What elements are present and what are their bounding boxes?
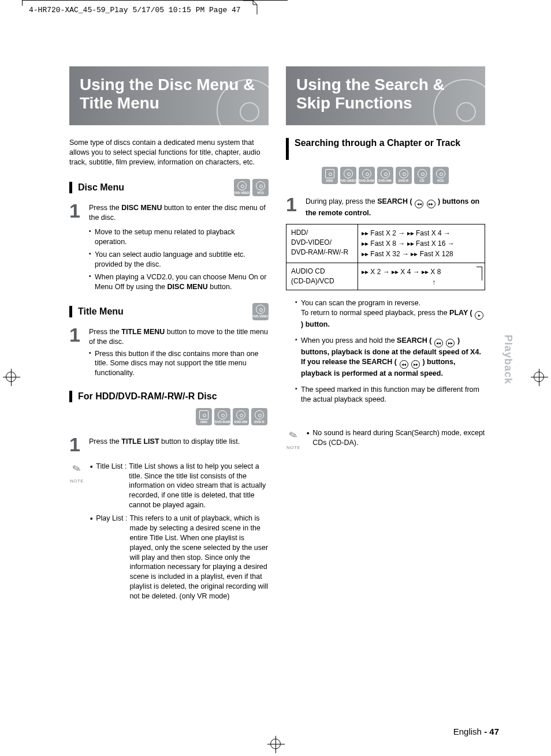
intro-text: Some type of discs contain a dedicated m… bbox=[69, 138, 269, 167]
section-title-menu: Title Menu DVD-VIDEO bbox=[69, 303, 269, 320]
section-bar-icon bbox=[69, 306, 72, 317]
disc-icons-row: HDD DVD-VIDEO DVD-RAM DVD-RW DVD-R CD VC… bbox=[286, 167, 485, 184]
step-body: Press the TITLE LIST button to display t… bbox=[89, 436, 269, 447]
crop-mark-icon bbox=[265, 733, 288, 756]
section-bar-icon bbox=[69, 391, 72, 402]
note-block: ✎ NOTE No sound is heard during Scan(Sea… bbox=[286, 428, 485, 452]
disc-icons-row: DVD-VIDEO VCD bbox=[234, 179, 269, 196]
dvd-video-icon: DVD-VIDEO bbox=[340, 167, 356, 184]
dvd-r-icon: DVD-R bbox=[251, 408, 267, 425]
def-body: This refers to a unit of playback, which… bbox=[129, 514, 269, 601]
disc-icons-row: DVD-VIDEO bbox=[252, 303, 269, 320]
vcd-icon: VCD bbox=[252, 179, 269, 196]
right-column: Using the Search & Skip Functions Search… bbox=[286, 66, 485, 605]
bullet-list: You can scan the program in reverse. To … bbox=[295, 298, 485, 405]
section-title: Searching through a Chapter or Track bbox=[295, 138, 485, 148]
search-fwd-icon: ▸▸ bbox=[411, 360, 420, 369]
disc-icons-row: HDD DVD-RAM DVD-RW DVD-R bbox=[69, 408, 269, 425]
section-disc-menu: Disc Menu DVD-VIDEO VCD bbox=[69, 179, 269, 196]
step-number: 1 bbox=[286, 196, 306, 214]
print-header: 4-HR720-XAC_45-59_Play 5/17/05 10:15 PM … bbox=[29, 6, 241, 14]
table-cell: ▸▸ Fast X 2 → ▸▸ Fast X 4 → ▸▸ Fast X 8 … bbox=[358, 224, 485, 263]
page-content: Using the Disc Menu & Title Menu Some ty… bbox=[69, 66, 485, 605]
step-body: Press the TITLE MENU button to move to t… bbox=[89, 326, 269, 378]
page-fold-icon bbox=[243, 0, 258, 15]
footer-page: - 47 bbox=[484, 727, 499, 736]
bullet-item: When playing a VCD2.0, you can choose Me… bbox=[89, 272, 269, 293]
note-item: Play List : This refers to a unit of pla… bbox=[90, 514, 269, 601]
page-footer: English - 47 bbox=[453, 727, 499, 736]
title-banner-right: Using the Search & Skip Functions bbox=[286, 66, 485, 125]
search-back-icon: ◂◂ bbox=[415, 200, 423, 208]
step-number: 1 bbox=[69, 202, 89, 220]
def-label: Title List : bbox=[96, 462, 126, 510]
hdd-icon: HDD bbox=[322, 167, 338, 184]
section-bar-icon bbox=[286, 138, 289, 160]
note-icon: ✎ NOTE bbox=[286, 428, 301, 452]
crop-mark-icon bbox=[528, 366, 551, 389]
play-icon: ▸ bbox=[475, 311, 483, 320]
dvd-ram-icon: DVD-RAM bbox=[359, 167, 375, 184]
step: 1 During play, press the SEARCH ( ◂◂ ▸▸ … bbox=[286, 196, 485, 218]
note-icon: ✎ NOTE bbox=[69, 462, 84, 485]
bullet-item: Move to the setup menu related to playba… bbox=[89, 227, 269, 248]
dvd-r-icon: DVD-R bbox=[396, 167, 412, 184]
bullet-item: You can select audio language and subtit… bbox=[89, 250, 269, 270]
table-cell: ▸▸ X 2 → ▸▸ X 4 → ▸▸ X 8 ↑ bbox=[358, 263, 485, 290]
vcd-icon: VCD bbox=[433, 167, 449, 184]
bullet-list: Move to the setup menu related to playba… bbox=[89, 227, 269, 293]
bullet-item: When you press and hold the SEARCH ( ◂◂ … bbox=[295, 336, 485, 379]
search-back-icon: ◂◂ bbox=[400, 360, 408, 369]
hdd-icon: HDD bbox=[196, 408, 212, 425]
section-search: Searching through a Chapter or Track bbox=[286, 138, 485, 160]
speed-table: HDD/ DVD-VIDEO/ DVD-RAM/-RW/-R ▸▸ Fast X… bbox=[286, 224, 485, 290]
search-fwd-icon: ▸▸ bbox=[446, 339, 455, 347]
footer-lang: English bbox=[453, 727, 482, 736]
table-cell: HDD/ DVD-VIDEO/ DVD-RAM/-RW/-R bbox=[286, 224, 358, 263]
step-number: 1 bbox=[69, 436, 89, 454]
section-bar-icon bbox=[69, 182, 72, 193]
step-body: Press the DISC MENU button to enter the … bbox=[89, 202, 269, 223]
dvd-rw-icon: DVD-RW bbox=[233, 408, 249, 425]
search-back-icon: ◂◂ bbox=[434, 339, 443, 347]
loop-line-icon bbox=[476, 267, 482, 280]
def-label: Play List : bbox=[96, 514, 127, 601]
dvd-ram-icon: DVD-RAM bbox=[214, 408, 230, 425]
step-body: During play, press the SEARCH ( ◂◂ ▸▸ ) … bbox=[306, 196, 485, 218]
bullet-item: • Press this button if the disc contains… bbox=[89, 349, 269, 379]
note-item: Title List : Title List shows a list to … bbox=[90, 462, 269, 510]
note-body: Title List : Title List shows a list to … bbox=[90, 462, 269, 605]
left-column: Using the Disc Menu & Title Menu Some ty… bbox=[69, 66, 269, 605]
step: 1 Press the TITLE MENU button to move to… bbox=[69, 326, 269, 378]
crop-mark-icon bbox=[0, 366, 23, 389]
def-body: Title List shows a list to help you sele… bbox=[129, 462, 269, 510]
step: 1 Press the TITLE LIST button to display… bbox=[69, 436, 269, 454]
loop-arrow-icon: ↑ bbox=[432, 277, 435, 287]
cd-icon: CD bbox=[414, 167, 430, 184]
table-row: HDD/ DVD-VIDEO/ DVD-RAM/-RW/-R ▸▸ Fast X… bbox=[286, 224, 485, 263]
side-tab: Playback bbox=[502, 335, 514, 384]
step-number: 1 bbox=[69, 326, 89, 344]
title-banner-left: Using the Disc Menu & Title Menu bbox=[69, 66, 269, 125]
section-title: For HDD/DVD-RAM/-RW/-R Disc bbox=[78, 391, 269, 402]
note-item: No sound is heard during Scan(Search) mo… bbox=[307, 428, 485, 448]
table-row: AUDIO CD (CD-DA)/VCD ▸▸ X 2 → ▸▸ X 4 → ▸… bbox=[286, 263, 485, 290]
section-title: Title Menu bbox=[78, 306, 252, 317]
note-block: ✎ NOTE Title List : Title List shows a l… bbox=[69, 462, 269, 605]
dvd-rw-icon: DVD-RW bbox=[377, 167, 393, 184]
bullet-item: The speed marked in this function may be… bbox=[295, 385, 485, 405]
dvd-video-icon: DVD-VIDEO bbox=[252, 303, 269, 320]
step: 1 Press the DISC MENU button to enter th… bbox=[69, 202, 269, 223]
bullet-item: You can scan the program in reverse. To … bbox=[295, 298, 485, 330]
dvd-video-icon: DVD-VIDEO bbox=[234, 179, 250, 196]
note-body: No sound is heard during Scan(Search) mo… bbox=[307, 428, 485, 451]
header-text: 4-HR720-XAC_45-59_Play 5/17/05 10:15 PM … bbox=[29, 6, 241, 14]
section-title: Disc Menu bbox=[78, 182, 234, 193]
table-cell: AUDIO CD (CD-DA)/VCD bbox=[286, 263, 358, 290]
section-hdd: For HDD/DVD-RAM/-RW/-R Disc bbox=[69, 391, 269, 402]
search-fwd-icon: ▸▸ bbox=[427, 200, 435, 208]
